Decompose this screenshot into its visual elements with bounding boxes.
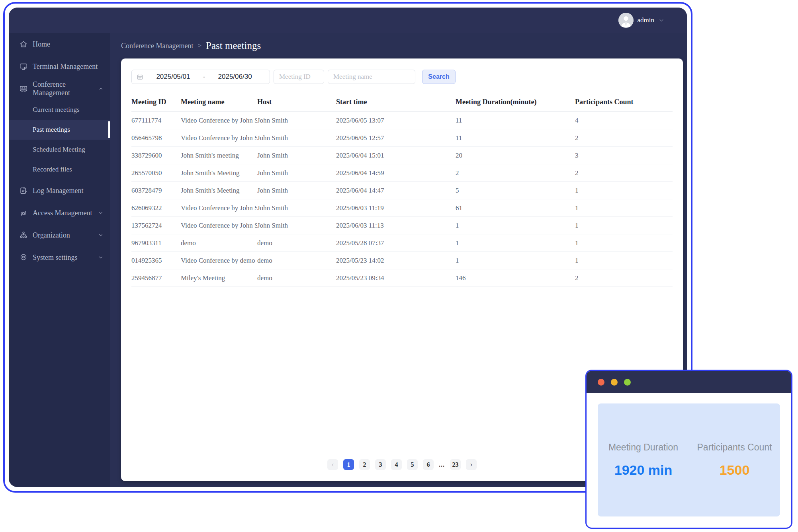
meeting-name-input[interactable] <box>328 70 415 84</box>
cell-participants: 1 <box>575 187 673 195</box>
table-row[interactable]: 056465798 Video Conference by John Sm Jo… <box>131 129 673 147</box>
cell-start-time: 2025/06/03 11:13 <box>336 222 456 230</box>
table-row[interactable]: 677111774 Video Conference by John Sm Jo… <box>131 112 673 129</box>
sidebar-item-label: Access Management <box>33 209 92 217</box>
cell-meeting-id: 677111774 <box>131 117 181 125</box>
cell-start-time: 2025/06/04 14:59 <box>336 169 456 177</box>
stat-label: Meeting Duration <box>608 442 678 453</box>
cell-start-time: 2025/05/23 09:34 <box>336 274 456 282</box>
sidebar-item-home[interactable]: Home <box>9 33 110 55</box>
date-end-value[interactable]: 2025/06/30 <box>205 73 265 81</box>
table-row[interactable]: 014925365 Video Conference by demo demo … <box>131 252 673 269</box>
stat-value-participants: 1500 <box>720 462 750 478</box>
cell-meeting-name: Video Conference by John Sm <box>181 222 257 230</box>
table-row[interactable]: 338729600 John Smith's meeting John Smit… <box>131 147 673 164</box>
pagination-prev-button[interactable]: ‹ <box>327 459 338 470</box>
pagination-page-6[interactable]: 6 <box>423 459 434 470</box>
chevron-down-icon <box>658 17 665 23</box>
date-range-picker[interactable]: 2025/05/01 - 2025/06/30 <box>131 70 270 84</box>
pagination-page-5[interactable]: 5 <box>407 459 418 470</box>
organization-icon <box>19 231 28 240</box>
minimize-window-icon[interactable] <box>611 379 618 386</box>
meeting-id-input[interactable] <box>274 70 324 84</box>
column-header-host: Host <box>257 98 336 106</box>
cell-duration: 1 <box>456 257 575 265</box>
chevron-down-icon <box>98 232 104 238</box>
cell-host: demo <box>257 274 336 282</box>
pagination-page-2[interactable]: 2 <box>359 459 370 470</box>
cell-start-time: 2025/06/04 14:47 <box>336 187 456 195</box>
table-row[interactable]: 603728479 John Smith's Meeting John Smit… <box>131 182 673 199</box>
sidebar-item-current-meetings[interactable]: Current meetings <box>9 100 110 120</box>
cell-start-time: 2025/05/23 14:02 <box>336 257 456 265</box>
sidebar-item-log-management[interactable]: Log Management <box>9 179 110 202</box>
sidebar-item-system-settings[interactable]: System settings <box>9 246 110 269</box>
settings-icon <box>19 253 28 262</box>
cell-duration: 146 <box>456 274 575 282</box>
filter-bar: 2025/05/01 - 2025/06/30 Search <box>131 58 673 84</box>
breadcrumb-parent[interactable]: Conference Management <box>121 42 193 50</box>
cell-meeting-name: Video Conference by John Sm <box>181 204 257 212</box>
sidebar-item-access-management[interactable]: Access Management <box>9 202 110 224</box>
search-button[interactable]: Search <box>422 70 456 84</box>
cell-host: John Smith <box>257 117 336 125</box>
cell-meeting-name: Video Conference by demo <box>181 257 257 265</box>
user-menu[interactable]: admin <box>618 13 665 28</box>
column-header-participants: Participants Count <box>575 98 673 106</box>
sidebar-item-scheduled-meeting[interactable]: Scheduled Meeting <box>9 140 110 160</box>
access-icon <box>19 209 28 217</box>
column-header-duration: Meeting Duration(minute) <box>456 98 575 106</box>
pagination-page-1[interactable]: 1 <box>343 459 354 470</box>
maximize-window-icon[interactable] <box>624 379 631 386</box>
table-row[interactable]: 967903311 demo demo 2025/05/28 07:37 1 1 <box>131 234 673 252</box>
home-icon <box>19 40 28 49</box>
sidebar-item-label: Log Management <box>33 187 83 195</box>
cell-host: John Smith <box>257 169 336 177</box>
pagination-next-button[interactable]: › <box>466 459 477 470</box>
calendar-icon <box>137 74 143 80</box>
sidebar-item-terminal-management[interactable]: Terminal Management <box>9 55 110 78</box>
pagination-page-23[interactable]: 23 <box>450 459 461 470</box>
table-row[interactable]: 137562724 Video Conference by John Sm Jo… <box>131 217 673 234</box>
sidebar-item-label: Past meetings <box>33 126 70 134</box>
stat-label: Participants Count <box>697 442 772 453</box>
cell-duration: 2 <box>456 169 575 177</box>
stats-window-titlebar[interactable] <box>587 371 791 393</box>
sidebar-item-label: Conference Management <box>33 80 98 97</box>
cell-duration: 1 <box>456 239 575 247</box>
cell-meeting-name: Video Conference by John Sm <box>181 134 257 142</box>
page-title: Past meetings <box>206 40 261 51</box>
sidebar-item-recorded-files[interactable]: Recorded files <box>9 160 110 179</box>
stats-panel: Meeting Duration 1920 min Participants C… <box>598 403 780 516</box>
sidebar-item-organization[interactable]: Organization <box>9 224 110 246</box>
sidebar-item-past-meetings[interactable]: Past meetings <box>9 120 110 140</box>
pagination-page-3[interactable]: 3 <box>375 459 386 470</box>
cell-participants: 1 <box>575 222 673 230</box>
cell-meeting-name: John Smith's meeting <box>181 152 257 160</box>
table-row[interactable]: 265570050 John Smith's Meeting John Smit… <box>131 164 673 182</box>
close-window-icon[interactable] <box>598 379 604 386</box>
pagination-ellipsis[interactable]: ... <box>439 461 445 468</box>
cell-meeting-name: Video Conference by John Sm <box>181 117 257 125</box>
cell-duration: 11 <box>456 134 575 142</box>
breadcrumb-separator: > <box>198 42 201 50</box>
pagination-page-4[interactable]: 4 <box>391 459 402 470</box>
table-header-row: Meeting ID Meeting name Host Start time … <box>131 93 673 112</box>
cell-participants: 1 <box>575 257 673 265</box>
date-start-value[interactable]: 2025/05/01 <box>143 73 203 81</box>
cell-participants: 1 <box>575 239 673 247</box>
sidebar-item-label: Home <box>33 40 50 49</box>
topbar: admin <box>9 8 687 33</box>
cell-participants: 1 <box>575 204 673 212</box>
cell-meeting-id: 259456877 <box>131 274 181 282</box>
cell-start-time: 2025/06/05 12:57 <box>336 134 456 142</box>
table-row[interactable]: 626069322 Video Conference by John Sm Jo… <box>131 199 673 217</box>
table-row[interactable]: 259456877 Miley's Meeting demo 2025/05/2… <box>131 269 673 287</box>
column-header-meeting-name: Meeting name <box>181 98 257 106</box>
cell-meeting-id: 338729600 <box>131 152 181 160</box>
cell-host: John Smith <box>257 222 336 230</box>
stat-participants-count: Participants Count 1500 <box>689 403 780 516</box>
stat-value-duration: 1920 min <box>614 462 673 478</box>
sidebar-item-conference-management[interactable]: Conference Management <box>9 78 110 100</box>
cell-start-time: 2025/06/04 15:01 <box>336 152 456 160</box>
